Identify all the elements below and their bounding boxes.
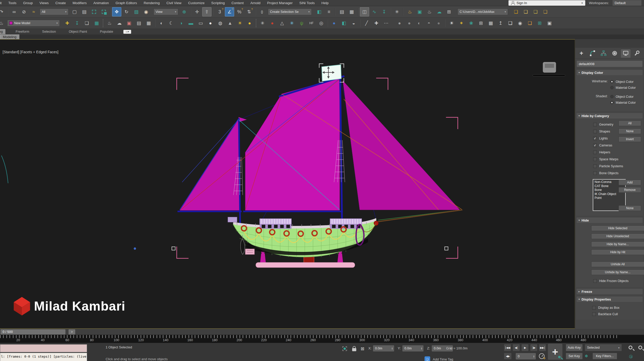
menu-item-rendering[interactable]: Rendering bbox=[140, 0, 163, 6]
current-frame-field[interactable]: 0▲▼ bbox=[516, 353, 536, 359]
menu-item-customize[interactable]: Customize bbox=[185, 0, 208, 6]
sign-in-button[interactable]: Sign In ▾ bbox=[509, 0, 585, 6]
x-coordinate-field[interactable]: 0.0m▲▼ bbox=[373, 345, 394, 351]
category-cameras[interactable]: ✓Cameras bbox=[576, 142, 643, 149]
unlink-selection-icon[interactable]: ⊘ bbox=[19, 7, 29, 16]
all-button[interactable]: All bbox=[618, 120, 641, 126]
sphere-yellow-icon[interactable]: ● bbox=[245, 19, 254, 28]
snaps-toggle-icon[interactable]: 3? bbox=[215, 7, 224, 16]
radio-button[interactable] bbox=[610, 101, 614, 104]
moon-icon[interactable]: ☾ bbox=[167, 19, 176, 28]
sphere-shaded-icon[interactable]: ◐ bbox=[157, 19, 166, 28]
next-frame-button[interactable]: ∣▶ bbox=[530, 344, 537, 351]
sphere-blue-icon[interactable]: ● bbox=[329, 19, 339, 28]
hide-unselected-button[interactable]: Hide Unselected bbox=[591, 233, 644, 239]
scene-preset-select[interactable]: New Model▾ bbox=[7, 20, 60, 27]
menu-item-content[interactable]: Content bbox=[228, 0, 247, 6]
material-editor-icon[interactable]: ↧ bbox=[379, 7, 389, 16]
listener-script-pane[interactable]: l: [frames: 0-0 (1 steps)] [particles: (… bbox=[0, 353, 87, 361]
menu-item-project-manager[interactable]: Project Manager bbox=[264, 0, 296, 6]
radio-object-color[interactable]: Object Color bbox=[610, 94, 636, 100]
project-path-select[interactable]: C:\Users\D...nts\3dsMax▾ bbox=[457, 8, 508, 15]
zoom-icon[interactable] bbox=[629, 346, 632, 349]
add-button[interactable]: Add bbox=[618, 180, 641, 185]
previous-frame-button[interactable]: ◀∣ bbox=[513, 344, 520, 351]
gizmo-handle[interactable] bbox=[172, 247, 175, 250]
angle-snap-toggle-icon[interactable]: ∠? bbox=[225, 7, 234, 16]
select-and-link-icon[interactable]: ∞ bbox=[10, 7, 19, 16]
menu-item-group[interactable]: Group bbox=[20, 0, 36, 6]
go-to-end-button[interactable]: ▶▶∣ bbox=[539, 344, 546, 351]
rectangle-tool-icon[interactable]: ▬ bbox=[186, 19, 196, 28]
import-layers-icon[interactable]: ↧ bbox=[72, 19, 82, 28]
menu-item-create[interactable]: Create bbox=[52, 0, 69, 6]
category-particle-systems[interactable]: Particle Systems bbox=[576, 163, 643, 170]
tab-modeling-panel[interactable]: Modeling bbox=[0, 34, 19, 39]
checkbox[interactable]: ✓ bbox=[593, 137, 597, 140]
redo-icon[interactable]: ↷ bbox=[0, 7, 6, 16]
checkbox[interactable] bbox=[593, 157, 597, 161]
cone-tool-icon[interactable]: ▲ bbox=[225, 19, 235, 28]
teapot-icon[interactable]: ♨ bbox=[0, 19, 6, 28]
radio-button[interactable] bbox=[610, 80, 614, 83]
gizmo-handle[interactable] bbox=[445, 247, 448, 250]
page-icon[interactable]: ❏ bbox=[506, 19, 515, 28]
menu-item-civil-view[interactable]: Civil View bbox=[163, 0, 185, 6]
hide-by-category-header[interactable]: ▾ Hide by Category bbox=[576, 113, 643, 119]
render-setup-icon[interactable]: ♨ bbox=[405, 7, 414, 16]
spinner-snap-toggle-icon[interactable]: ⇅? bbox=[244, 7, 254, 16]
knife-tool-icon[interactable]: ╱ bbox=[362, 19, 371, 28]
hf-tool-icon[interactable]: HF bbox=[307, 19, 316, 28]
key-filters-button[interactable]: Key Filters... bbox=[592, 353, 617, 359]
display-tab[interactable] bbox=[621, 49, 631, 58]
layer-stack-icon[interactable]: ▦ bbox=[92, 19, 101, 28]
add-plus-icon[interactable]: ✚ bbox=[372, 19, 381, 28]
create-tab[interactable]: + bbox=[576, 49, 587, 58]
render-in-cloud-icon[interactable]: ☁ bbox=[435, 7, 444, 16]
render-gallery-icon[interactable]: ⊞ bbox=[444, 7, 454, 16]
project-folder-icon[interactable]: ❏ bbox=[511, 7, 521, 16]
pan-orbit-icon[interactable] bbox=[629, 355, 633, 358]
checkbox[interactable] bbox=[593, 164, 597, 168]
hair-tool-icon[interactable]: ✳ bbox=[258, 19, 267, 28]
modify-tab[interactable] bbox=[587, 49, 598, 58]
tab-object-paint[interactable]: Object Paint bbox=[66, 29, 90, 34]
radio-button[interactable] bbox=[610, 95, 614, 98]
track-bar[interactable]: 2040608010012014016018020022024026028030… bbox=[0, 335, 644, 343]
planet-icon[interactable]: ◎ bbox=[317, 19, 326, 28]
time-slider[interactable]: 0 / 500 > bbox=[0, 329, 644, 335]
radio-object-color[interactable]: Object Color bbox=[610, 79, 636, 85]
object-name-field[interactable]: default008 bbox=[577, 61, 642, 67]
display-as-box-checkbox[interactable]: Display as Box bbox=[576, 304, 643, 311]
absolute-mode-toggle[interactable]: ⊠ bbox=[359, 345, 366, 352]
checkbox[interactable] bbox=[593, 123, 597, 126]
workspaces-select[interactable]: Default bbox=[613, 0, 641, 6]
spinner-icon[interactable]: ▲▼ bbox=[391, 347, 393, 350]
schematic-view-icon[interactable]: ∿ bbox=[370, 7, 379, 16]
checkbox[interactable] bbox=[593, 151, 597, 154]
category-bone-objects[interactable]: Bone Objects bbox=[576, 170, 643, 177]
hide-by-name-button[interactable]: Hide by Name... bbox=[591, 241, 644, 247]
select-and-move-icon[interactable]: ✥ bbox=[112, 7, 121, 16]
menu-item-edit[interactable]: Edit bbox=[0, 0, 5, 6]
select-and-place-icon[interactable]: ◉ bbox=[141, 7, 151, 16]
freeze-header[interactable]: ▸ Freeze bbox=[576, 288, 643, 295]
sphere-red-icon[interactable]: ● bbox=[268, 19, 277, 28]
selection-filter-select[interactable]: All▾ bbox=[40, 8, 69, 15]
named-selection-sets-icon[interactable]: {} bbox=[257, 7, 267, 16]
open-scene-icon[interactable]: ❏ bbox=[531, 7, 540, 16]
spreadsheet-icon[interactable]: ▤ bbox=[134, 19, 143, 28]
box-icon[interactable]: ▣ bbox=[545, 19, 554, 28]
tab-populate[interactable]: Populate bbox=[97, 29, 116, 34]
selection-lock-toggle[interactable] bbox=[351, 345, 358, 352]
layers-color-icon[interactable]: ◧ bbox=[339, 19, 349, 28]
capsule-tool-icon[interactable]: ▭ bbox=[196, 19, 205, 28]
align-icon[interactable]: ≡ bbox=[324, 7, 334, 16]
listener-macro-pane[interactable] bbox=[0, 344, 87, 352]
viewport[interactable]: [Standard] [Facets + Edged Faces] bbox=[0, 39, 575, 329]
none-button[interactable]: None bbox=[618, 128, 641, 134]
add-time-tag-icon[interactable]: ❑ bbox=[425, 356, 430, 361]
tab-freeform[interactable]: Freeform bbox=[13, 29, 32, 34]
use-pivot-point-center-icon[interactable]: ⊕ bbox=[180, 7, 189, 16]
tab-modeling[interactable]: Modeling bbox=[0, 29, 5, 34]
